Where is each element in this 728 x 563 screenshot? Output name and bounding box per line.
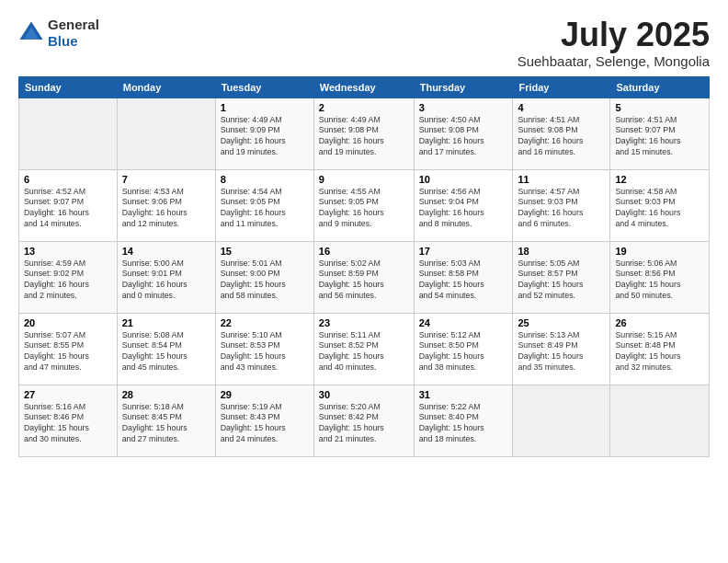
day-info: Sunrise: 4:53 AM Sunset: 9:06 PM Dayligh… xyxy=(122,187,210,231)
calendar-cell: 18Sunrise: 5:05 AM Sunset: 8:57 PM Dayli… xyxy=(513,241,610,313)
header: General Blue July 2025 Suehbaatar, Selen… xyxy=(18,17,710,69)
calendar-cell: 29Sunrise: 5:19 AM Sunset: 8:43 PM Dayli… xyxy=(215,385,313,456)
day-number: 17 xyxy=(419,246,508,257)
day-info: Sunrise: 4:52 AM Sunset: 9:07 PM Dayligh… xyxy=(24,187,112,231)
calendar-cell: 8Sunrise: 4:54 AM Sunset: 9:05 PM Daylig… xyxy=(215,169,313,241)
day-number: 18 xyxy=(518,246,605,257)
header-day-tuesday: Tuesday xyxy=(215,76,313,98)
calendar-cell xyxy=(117,98,215,169)
day-info: Sunrise: 4:54 AM Sunset: 9:05 PM Dayligh… xyxy=(221,187,309,231)
title-block: July 2025 Suehbaatar, Selenge, Mongolia xyxy=(518,17,710,69)
day-number: 16 xyxy=(319,246,409,257)
day-number: 8 xyxy=(221,174,309,185)
header-day-saturday: Saturday xyxy=(610,76,710,98)
day-info: Sunrise: 5:02 AM Sunset: 8:59 PM Dayligh… xyxy=(319,259,409,303)
calendar-cell: 25Sunrise: 5:13 AM Sunset: 8:49 PM Dayli… xyxy=(513,313,610,385)
calendar-cell: 17Sunrise: 5:03 AM Sunset: 8:58 PM Dayli… xyxy=(414,241,513,313)
logo-general: General xyxy=(48,17,99,32)
calendar-cell: 14Sunrise: 5:00 AM Sunset: 9:01 PM Dayli… xyxy=(117,241,215,313)
calendar-cell: 4Sunrise: 4:51 AM Sunset: 9:08 PM Daylig… xyxy=(513,98,610,169)
day-number: 9 xyxy=(319,174,409,185)
day-number: 22 xyxy=(221,317,309,328)
calendar-table: SundayMondayTuesdayWednesdayThursdayFrid… xyxy=(18,76,710,457)
calendar-cell xyxy=(19,98,118,169)
day-info: Sunrise: 4:49 AM Sunset: 9:09 PM Dayligh… xyxy=(221,115,309,159)
header-day-sunday: Sunday xyxy=(19,76,118,98)
header-day-monday: Monday xyxy=(117,76,215,98)
day-info: Sunrise: 5:13 AM Sunset: 8:49 PM Dayligh… xyxy=(518,330,605,374)
day-info: Sunrise: 5:07 AM Sunset: 8:55 PM Dayligh… xyxy=(24,330,112,374)
logo-blue: Blue xyxy=(48,33,78,49)
day-info: Sunrise: 5:19 AM Sunset: 8:43 PM Dayligh… xyxy=(221,402,309,446)
day-number: 6 xyxy=(24,174,112,185)
week-row-4: 20Sunrise: 5:07 AM Sunset: 8:55 PM Dayli… xyxy=(19,313,710,385)
day-number: 26 xyxy=(615,317,704,328)
calendar-cell: 24Sunrise: 5:12 AM Sunset: 8:50 PM Dayli… xyxy=(414,313,513,385)
day-info: Sunrise: 5:06 AM Sunset: 8:56 PM Dayligh… xyxy=(615,259,704,303)
calendar-cell: 3Sunrise: 4:50 AM Sunset: 9:08 PM Daylig… xyxy=(414,98,513,169)
day-number: 30 xyxy=(319,389,409,400)
day-number: 28 xyxy=(122,389,210,400)
week-row-5: 27Sunrise: 5:16 AM Sunset: 8:46 PM Dayli… xyxy=(19,385,710,456)
week-row-2: 6Sunrise: 4:52 AM Sunset: 9:07 PM Daylig… xyxy=(19,169,710,241)
day-info: Sunrise: 5:03 AM Sunset: 8:58 PM Dayligh… xyxy=(419,259,508,303)
day-number: 29 xyxy=(221,389,309,400)
day-number: 12 xyxy=(615,174,704,185)
day-number: 7 xyxy=(122,174,210,185)
day-number: 13 xyxy=(24,246,112,257)
calendar-cell: 7Sunrise: 4:53 AM Sunset: 9:06 PM Daylig… xyxy=(117,169,215,241)
day-info: Sunrise: 5:15 AM Sunset: 8:48 PM Dayligh… xyxy=(615,330,704,374)
calendar-cell: 23Sunrise: 5:11 AM Sunset: 8:52 PM Dayli… xyxy=(313,313,414,385)
day-number: 5 xyxy=(615,102,704,113)
day-info: Sunrise: 4:49 AM Sunset: 9:08 PM Dayligh… xyxy=(319,115,409,159)
month-title: July 2025 xyxy=(518,17,710,53)
calendar-cell: 1Sunrise: 4:49 AM Sunset: 9:09 PM Daylig… xyxy=(215,98,313,169)
day-info: Sunrise: 4:50 AM Sunset: 9:08 PM Dayligh… xyxy=(419,115,508,159)
day-number: 27 xyxy=(24,389,112,400)
day-info: Sunrise: 5:01 AM Sunset: 9:00 PM Dayligh… xyxy=(221,259,309,303)
calendar-cell: 13Sunrise: 4:59 AM Sunset: 9:02 PM Dayli… xyxy=(19,241,118,313)
calendar-cell: 22Sunrise: 5:10 AM Sunset: 8:53 PM Dayli… xyxy=(215,313,313,385)
day-number: 3 xyxy=(419,102,508,113)
calendar-cell xyxy=(610,385,710,456)
day-info: Sunrise: 4:55 AM Sunset: 9:05 PM Dayligh… xyxy=(319,187,409,231)
day-info: Sunrise: 5:00 AM Sunset: 9:01 PM Dayligh… xyxy=(122,259,210,303)
day-number: 31 xyxy=(419,389,508,400)
day-number: 10 xyxy=(419,174,508,185)
page: General Blue July 2025 Suehbaatar, Selen… xyxy=(0,0,728,563)
day-number: 21 xyxy=(122,317,210,328)
calendar-cell: 21Sunrise: 5:08 AM Sunset: 8:54 PM Dayli… xyxy=(117,313,215,385)
day-number: 24 xyxy=(419,317,508,328)
day-number: 14 xyxy=(122,246,210,257)
day-number: 20 xyxy=(24,317,112,328)
calendar-cell: 30Sunrise: 5:20 AM Sunset: 8:42 PM Dayli… xyxy=(313,385,414,456)
header-day-wednesday: Wednesday xyxy=(313,76,414,98)
calendar-cell: 15Sunrise: 5:01 AM Sunset: 9:00 PM Dayli… xyxy=(215,241,313,313)
day-info: Sunrise: 5:18 AM Sunset: 8:45 PM Dayligh… xyxy=(122,402,210,446)
calendar-cell: 31Sunrise: 5:22 AM Sunset: 8:40 PM Dayli… xyxy=(414,385,513,456)
calendar-cell: 5Sunrise: 4:51 AM Sunset: 9:07 PM Daylig… xyxy=(610,98,710,169)
calendar-cell: 9Sunrise: 4:55 AM Sunset: 9:05 PM Daylig… xyxy=(313,169,414,241)
calendar-cell: 10Sunrise: 4:56 AM Sunset: 9:04 PM Dayli… xyxy=(414,169,513,241)
logo: General Blue xyxy=(18,17,99,50)
calendar-cell: 11Sunrise: 4:57 AM Sunset: 9:03 PM Dayli… xyxy=(513,169,610,241)
calendar-cell: 20Sunrise: 5:07 AM Sunset: 8:55 PM Dayli… xyxy=(19,313,118,385)
day-number: 2 xyxy=(319,102,409,113)
calendar-cell: 16Sunrise: 5:02 AM Sunset: 8:59 PM Dayli… xyxy=(313,241,414,313)
day-info: Sunrise: 5:22 AM Sunset: 8:40 PM Dayligh… xyxy=(419,402,508,446)
calendar-header-row: SundayMondayTuesdayWednesdayThursdayFrid… xyxy=(19,76,710,98)
subtitle: Suehbaatar, Selenge, Mongolia xyxy=(518,53,710,69)
day-info: Sunrise: 5:10 AM Sunset: 8:53 PM Dayligh… xyxy=(221,330,309,374)
calendar-cell: 2Sunrise: 4:49 AM Sunset: 9:08 PM Daylig… xyxy=(313,98,414,169)
day-number: 19 xyxy=(615,246,704,257)
calendar-cell: 26Sunrise: 5:15 AM Sunset: 8:48 PM Dayli… xyxy=(610,313,710,385)
calendar-cell: 27Sunrise: 5:16 AM Sunset: 8:46 PM Dayli… xyxy=(19,385,118,456)
calendar-cell: 6Sunrise: 4:52 AM Sunset: 9:07 PM Daylig… xyxy=(19,169,118,241)
day-info: Sunrise: 4:58 AM Sunset: 9:03 PM Dayligh… xyxy=(615,187,704,231)
day-number: 15 xyxy=(221,246,309,257)
header-day-thursday: Thursday xyxy=(414,76,513,98)
day-number: 11 xyxy=(518,174,605,185)
day-info: Sunrise: 5:20 AM Sunset: 8:42 PM Dayligh… xyxy=(319,402,409,446)
calendar-cell: 28Sunrise: 5:18 AM Sunset: 8:45 PM Dayli… xyxy=(117,385,215,456)
logo-icon xyxy=(18,20,44,46)
